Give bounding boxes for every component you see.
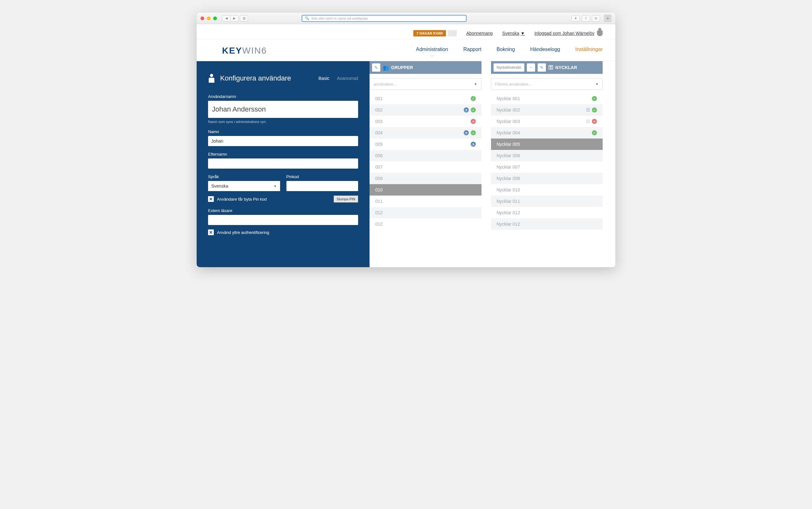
list-item-icons: ✓ <box>471 96 476 101</box>
username-input[interactable] <box>208 101 358 118</box>
tab-basic[interactable]: Basic <box>318 76 329 81</box>
maximize-icon[interactable] <box>213 16 217 20</box>
tabs-button[interactable]: ⧉ <box>592 15 600 22</box>
key-overview-button[interactable]: Nyckelöversikt <box>494 63 524 72</box>
label-username: Användarnamn <box>208 94 358 99</box>
list-item[interactable]: 008 <box>370 173 481 184</box>
list-item[interactable]: 011 <box>370 196 481 207</box>
subscription-link[interactable]: Abonnemang <box>466 31 493 36</box>
list-item[interactable]: Nycklar 006 <box>491 150 603 161</box>
list-item[interactable]: Nycklar 005 <box>491 138 603 150</box>
list-item[interactable]: 002◔✓ <box>370 104 481 116</box>
check-icon: ✓ <box>592 130 597 135</box>
list-item[interactable]: 004◔✓ <box>370 127 481 138</box>
download-button[interactable]: ⬇ <box>571 15 580 22</box>
nav-administration[interactable]: Administration <box>416 46 448 55</box>
list-item-label: Nycklar 008 <box>497 176 520 181</box>
list-item-label: 011 <box>375 199 382 204</box>
checkbox-ext-auth-label: Använd yttre authentificering <box>217 230 269 235</box>
mac-titlebar: ◀ ▶ ▥ 🔍 Sök eller skriv in namn på webbp… <box>197 13 615 24</box>
list-item-label: 010 <box>375 187 382 192</box>
share-button[interactable]: ⇪ <box>582 15 590 22</box>
browser-window: ◀ ▶ ▥ 🔍 Sök eller skriv in namn på webbp… <box>197 13 615 267</box>
list-item[interactable]: Nycklar 001✓ <box>491 93 603 104</box>
extreader-input[interactable] <box>208 215 358 225</box>
loggedin-user-link[interactable]: Inloggad som Johan Wärnelöv <box>534 30 603 36</box>
list-item-icons: ✓ <box>592 130 597 135</box>
list-item-label: Nycklar 005 <box>497 142 520 147</box>
list-item[interactable]: Nycklar 011 <box>491 196 603 207</box>
clock-icon: ◔ <box>464 107 469 112</box>
app-topbar: 7 DAGAR KVAR Abonnemang Svenska▼ Inlogga… <box>197 24 615 39</box>
list-item-icons: ◔✓ <box>464 107 476 112</box>
person-icon <box>208 74 215 83</box>
keys-header: Nyckelöversikt − ✎ ⚿NYCKLAR <box>491 61 603 74</box>
key-icon: ⚿ <box>586 108 590 112</box>
label-language: Språk <box>208 174 280 179</box>
forward-button[interactable]: ▶ <box>230 15 239 22</box>
list-item-icons: ⚿✓ <box>586 107 597 112</box>
sidebar-button[interactable]: ▥ <box>240 15 248 22</box>
list-item[interactable]: 012 <box>370 207 481 218</box>
groups-edit-button[interactable]: ✎ <box>372 63 380 72</box>
list-item-label: 012 <box>375 210 382 215</box>
list-item[interactable]: Nycklar 007 <box>491 161 603 173</box>
list-item[interactable]: 010 <box>370 184 481 196</box>
firstname-input[interactable] <box>208 136 358 146</box>
list-item[interactable]: Nycklar 003⚿✕ <box>491 116 603 127</box>
minimize-icon[interactable] <box>207 16 211 20</box>
list-item[interactable]: 012 <box>370 218 481 230</box>
list-item[interactable]: 005◔ <box>370 138 481 150</box>
list-item[interactable]: 001✓ <box>370 93 481 104</box>
url-bar[interactable]: 🔍 Sök eller skriv in namn på webbplats <box>302 15 467 22</box>
list-item[interactable]: 007 <box>370 161 481 173</box>
list-item[interactable]: Nycklar 012 <box>491 207 603 218</box>
list-item-label: Nycklar 002 <box>497 107 520 112</box>
pin-input[interactable] <box>286 181 358 191</box>
key-icon: ⚿ <box>549 65 554 70</box>
language-select[interactable]: Svenska▼ <box>502 31 525 36</box>
randomize-pin-button[interactable]: Slumpa PIN <box>334 196 358 203</box>
nav-handelselogg[interactable]: Händeselogg <box>530 46 560 55</box>
username-hint: Namn som syns i administrations vyn. <box>208 120 358 124</box>
list-item[interactable]: Nycklar 010 <box>491 184 603 196</box>
list-item-label: 007 <box>375 165 382 170</box>
checkbox-change-pin[interactable]: ✕ <box>208 196 214 202</box>
list-item[interactable]: Nycklar 008 <box>491 173 603 184</box>
check-icon: ✓ <box>471 107 476 112</box>
list-item-label: Nycklar 004 <box>497 130 520 135</box>
list-item-label: Nycklar 001 <box>497 96 520 101</box>
trial-progress-empty <box>448 30 457 36</box>
search-icon: 🔍 <box>305 16 309 20</box>
clock-icon: ◔ <box>471 142 476 147</box>
nav-installningar[interactable]: Inställningar <box>575 46 603 55</box>
trial-pill: 7 DAGAR KVAR <box>413 30 446 36</box>
groups-list: 001✓002◔✓003✕004◔✓005◔006007008010011012… <box>370 93 481 230</box>
nav-rapport[interactable]: Rapport <box>463 46 481 55</box>
lastname-input[interactable] <box>208 159 358 169</box>
list-item-label: Nycklar 010 <box>497 187 520 192</box>
keys-minus-button[interactable]: − <box>527 63 535 72</box>
nav-bokning[interactable]: Bokning <box>497 46 515 55</box>
checkbox-ext-auth[interactable]: ✕ <box>208 230 214 235</box>
close-icon[interactable] <box>200 16 204 20</box>
new-tab-button[interactable]: + <box>604 14 612 22</box>
check-icon: ✓ <box>592 96 597 101</box>
app-logo: KEYWIN6 <box>222 46 267 56</box>
keys-filter[interactable]: Filtrera användare...▼ <box>491 78 603 90</box>
list-item[interactable]: Nycklar 002⚿✓ <box>491 104 603 116</box>
keys-edit-button[interactable]: ✎ <box>538 63 546 72</box>
tab-advanced[interactable]: Avancerad <box>337 76 358 81</box>
list-item-label: 012 <box>375 222 382 227</box>
list-item[interactable]: 006 <box>370 150 481 161</box>
groups-filter[interactable]: användare...▼ <box>370 78 481 90</box>
list-item[interactable]: Nycklar 004✓ <box>491 127 603 138</box>
list-item-label: 004 <box>375 130 382 135</box>
check-icon: ✓ <box>471 130 476 135</box>
language-select-field[interactable]: Svenska▼ <box>208 181 280 191</box>
back-button[interactable]: ◀ <box>222 15 230 22</box>
checkbox-change-pin-label: Användare får byta Pin kod <box>217 197 267 202</box>
list-item[interactable]: 003✕ <box>370 116 481 127</box>
list-item-label: 005 <box>375 142 382 147</box>
list-item[interactable]: Nycklar 012 <box>491 218 603 230</box>
